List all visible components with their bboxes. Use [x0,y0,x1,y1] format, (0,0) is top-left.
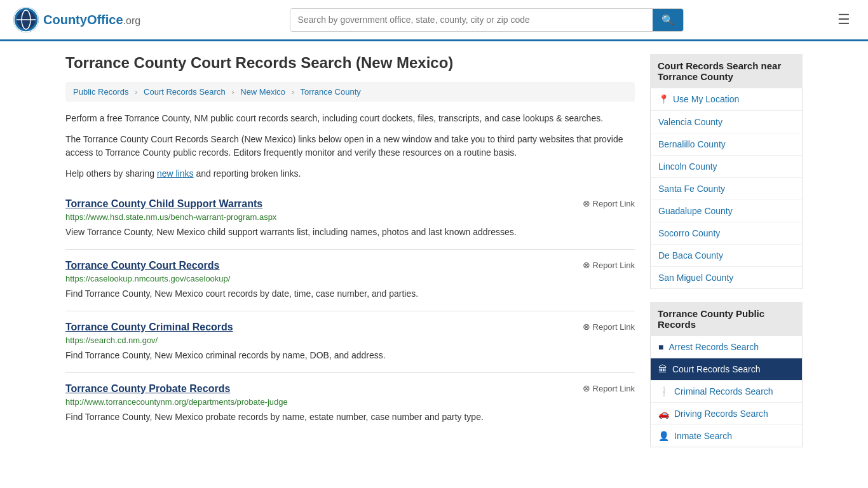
menu-button[interactable]: ☰ [832,9,855,30]
sidebar-link-driving[interactable]: 🚗 Driving Records Search [651,403,802,424]
report-link-0[interactable]: ⊗ Report Link [583,198,635,208]
nearby-list: 📍 Use My Location Valencia County Bernal… [650,88,803,289]
nearby-county-link-4[interactable]: Guadalupe County [651,200,802,222]
breadcrumb-sep-2: › [231,87,234,97]
sidebar-link-court[interactable]: 🏛 Court Records Search [651,358,802,380]
nearby-county-1: Bernalillo County [651,133,802,156]
public-records-list: ■ Arrest Records Search 🏛 Court Records … [650,336,803,447]
record-title-link-1[interactable]: Torrance County Court Records [65,260,219,271]
content: Torrance County Court Records Search (Ne… [65,54,635,460]
record-desc-0: View Torrance County, New Mexico child s… [65,226,635,239]
sidebar-item-driving: 🚗 Driving Records Search [651,403,802,425]
report-icon-1: ⊗ [583,260,590,270]
nearby-county-5: Socorro County [651,222,802,245]
breadcrumb-public-records[interactable]: Public Records [73,87,128,97]
record-desc-1: Find Torrance County, New Mexico court r… [65,287,635,301]
breadcrumb-new-mexico[interactable]: New Mexico [240,87,285,97]
public-records-heading: Torrance County Public Records [650,302,803,336]
breadcrumb-torrance-county[interactable]: Torrance County [300,87,360,97]
report-link-3[interactable]: ⊗ Report Link [583,383,635,393]
court-icon: 🏛 [658,364,667,374]
nearby-county-link-1[interactable]: Bernalillo County [651,133,802,155]
nearby-county-0: Valencia County [651,111,802,133]
header: CountyOffice.org 🔍 ☰ [0,0,868,41]
criminal-icon: ❕ [658,386,669,396]
inmate-icon: 👤 [658,431,669,441]
sidebar-item-criminal: ❕ Criminal Records Search [651,381,802,403]
description-para-2: The Torrance County Court Records Search… [65,133,635,159]
report-icon-3: ⊗ [583,383,590,393]
logo-icon [13,6,39,33]
nearby-county-link-6[interactable]: De Baca County [651,245,802,266]
arrest-icon: ■ [658,342,663,352]
record-url-2: https://search.cd.nm.gov/ [65,336,635,345]
public-records-section: Torrance County Public Records ■ Arrest … [650,302,803,447]
nearby-county-2: Lincoln County [651,156,802,178]
nearby-county-7: San Miguel County [651,267,802,288]
record-desc-3: Find Torrance County, New Mexico probate… [65,410,635,424]
breadcrumb-sep-1: › [135,87,137,97]
logo-text: CountyOffice.org [43,13,140,27]
sidebar: Court Records Search near Torrance Count… [650,54,803,460]
sidebar-link-arrest[interactable]: ■ Arrest Records Search [651,336,802,358]
sidebar-item-court: 🏛 Court Records Search [651,358,802,381]
breadcrumb: Public Records › Court Records Search › … [65,82,635,102]
record-url-3: http://www.torrancecountynm.org/departme… [65,397,635,407]
record-url-0: https://www.hsd.state.nm.us/bench-warran… [65,212,635,222]
nearby-county-3: Santa Fe County [651,178,802,200]
report-icon-0: ⊗ [583,198,590,208]
record-desc-2: Find Torrance County, New Mexico crimina… [65,349,635,362]
record-title-link-3[interactable]: Torrance County Probate Records [65,383,230,395]
nearby-heading: Court Records Search near Torrance Count… [650,54,803,88]
nearby-county-link-0[interactable]: Valencia County [651,111,802,133]
nearby-county-link-7[interactable]: San Miguel County [651,267,802,288]
nearby-county-link-3[interactable]: Santa Fe County [651,178,802,200]
page-title: Torrance County Court Records Search (Ne… [65,54,635,72]
nearby-county-link-2[interactable]: Lincoln County [651,156,802,177]
report-icon-2: ⊗ [583,322,590,332]
report-link-1[interactable]: ⊗ Report Link [583,260,635,270]
search-area: 🔍 [290,8,684,32]
record-title-link-0[interactable]: Torrance County Child Support Warrants [65,198,262,210]
driving-icon: 🚗 [658,409,669,419]
record-url-1: https://caselookup.nmcourts.gov/caselook… [65,274,635,283]
sidebar-link-criminal[interactable]: ❕ Criminal Records Search [651,381,802,402]
record-item-1: Torrance County Court Records ⊗ Report L… [65,249,635,311]
description-para-3: Help others by sharing new links and rep… [65,167,635,180]
search-icon: 🔍 [661,15,674,25]
record-item-2: Torrance County Criminal Records ⊗ Repor… [65,311,635,372]
record-title-link-2[interactable]: Torrance County Criminal Records [65,322,233,333]
main-layout: Torrance County Court Records Search (Ne… [53,41,815,473]
use-location-item: 📍 Use My Location [651,88,802,111]
location-pin-icon: 📍 [658,94,669,104]
records-list: Torrance County Child Support Warrants ⊗… [65,188,635,434]
sidebar-item-arrest: ■ Arrest Records Search [651,336,802,358]
breadcrumb-sep-3: › [292,87,294,97]
new-links-link[interactable]: new links [157,168,194,179]
logo-area: CountyOffice.org [13,6,140,33]
hamburger-icon: ☰ [837,11,850,27]
record-item-0: Torrance County Child Support Warrants ⊗… [65,188,635,249]
use-location-link[interactable]: 📍 Use My Location [651,88,802,111]
sidebar-link-inmate[interactable]: 👤 Inmate Search [651,425,802,447]
nearby-county-4: Guadalupe County [651,200,802,222]
search-button[interactable]: 🔍 [653,9,683,31]
sidebar-item-inmate: 👤 Inmate Search [651,425,802,447]
report-link-2[interactable]: ⊗ Report Link [583,322,635,332]
nearby-county-link-5[interactable]: Socorro County [651,222,802,244]
description-para-1: Perform a free Torrance County, NM publi… [65,112,635,125]
search-input[interactable] [290,10,653,30]
nearby-county-6: De Baca County [651,245,802,267]
breadcrumb-court-records[interactable]: Court Records Search [144,87,226,97]
nearby-section: Court Records Search near Torrance Count… [650,54,803,289]
record-item-3: Torrance County Probate Records ⊗ Report… [65,372,635,434]
